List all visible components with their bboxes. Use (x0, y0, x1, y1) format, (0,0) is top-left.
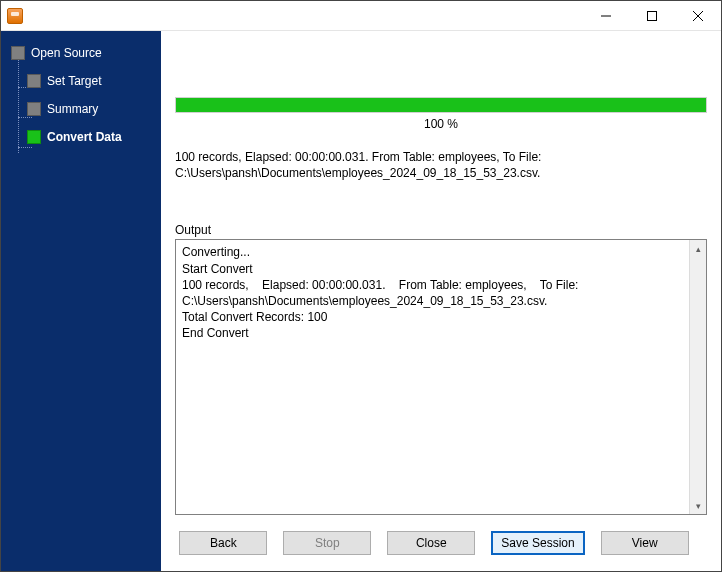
minimize-button[interactable] (583, 1, 629, 30)
stop-button: Stop (283, 531, 371, 555)
step-box-icon (27, 102, 41, 116)
step-open-source[interactable]: Open Source (1, 39, 161, 67)
step-convert-data[interactable]: Convert Data (1, 123, 161, 151)
svg-rect-1 (648, 11, 657, 20)
summary-text: 100 records, Elapsed: 00:00:00.031. From… (175, 149, 707, 181)
back-button[interactable]: Back (179, 531, 267, 555)
wizard-sidebar: Open Source Set Target Summary Convert D… (1, 31, 161, 571)
view-button[interactable]: View (601, 531, 689, 555)
scroll-up-icon[interactable]: ▴ (690, 240, 706, 257)
save-session-button[interactable]: Save Session (491, 531, 584, 555)
footer-buttons: Back Stop Close Save Session View (175, 515, 707, 571)
output-box: Converting... Start Convert 100 records,… (175, 239, 707, 515)
app-window: Open Source Set Target Summary Convert D… (0, 0, 722, 572)
maximize-button[interactable] (629, 1, 675, 30)
close-wizard-button[interactable]: Close (387, 531, 475, 555)
output-text[interactable]: Converting... Start Convert 100 records,… (176, 240, 689, 514)
app-icon (7, 8, 23, 24)
step-box-icon (27, 74, 41, 88)
close-button[interactable] (675, 1, 721, 30)
progress-bar (175, 97, 707, 113)
output-scrollbar[interactable]: ▴ ▾ (689, 240, 706, 514)
titlebar (1, 1, 721, 31)
step-box-icon (11, 46, 25, 60)
scroll-down-icon[interactable]: ▾ (690, 497, 706, 514)
step-label: Convert Data (47, 130, 122, 144)
step-set-target[interactable]: Set Target (1, 67, 161, 95)
step-label: Summary (47, 102, 98, 116)
window-controls (583, 1, 721, 30)
step-summary[interactable]: Summary (1, 95, 161, 123)
output-label: Output (175, 223, 707, 237)
step-box-icon (27, 130, 41, 144)
progress-percent: 100 % (175, 117, 707, 131)
step-label: Open Source (31, 46, 102, 60)
step-label: Set Target (47, 74, 101, 88)
main-panel: 100 % 100 records, Elapsed: 00:00:00.031… (161, 31, 721, 571)
